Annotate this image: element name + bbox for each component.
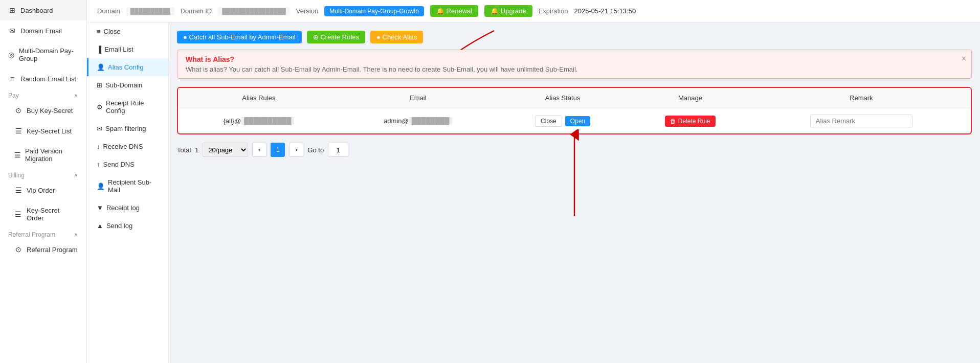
sidebar-item-vip-order[interactable]: ☰ Vip Order: [0, 180, 86, 200]
table-row: {all}@██████████ admin@████████ Close Op…: [178, 108, 971, 134]
paid-migration-icon: ☰: [14, 151, 21, 159]
expiration-value: 2025-05-21 15:13:50: [574, 7, 636, 15]
recipient-icon: 👤: [97, 183, 105, 190]
action-bar: ● Catch all Sub-Email by Admin-Email ⊕ C…: [177, 31, 972, 43]
alias-remark-input[interactable]: [810, 115, 912, 127]
referral-icon: ⊙: [14, 245, 23, 254]
goto-input[interactable]: [328, 143, 348, 157]
page-1-button[interactable]: 1: [271, 143, 285, 157]
alert-close-button[interactable]: ×: [962, 54, 966, 63]
renewal-button[interactable]: 🔔 Renewal: [430, 5, 478, 17]
send-dns-icon: ↑: [97, 161, 100, 168]
per-page-select[interactable]: 20/page 50/page 100/page: [203, 143, 248, 157]
main-area: Domain ██████████ Domain ID ████████████…: [87, 0, 980, 363]
alert-title: What is Alias?: [186, 55, 963, 63]
key-list-icon: ☰: [14, 127, 23, 135]
sub-nav-receipt-rule[interactable]: ⚙ Receipt Rule Config: [87, 94, 168, 120]
send-log-icon: ▲: [97, 222, 103, 230]
domain-id-label: Domain ID: [181, 7, 212, 15]
receipt-log-icon: ▼: [97, 204, 103, 212]
upgrade-button[interactable]: 🔔 Upgrade: [484, 5, 532, 17]
sidebar-item-dashboard[interactable]: ⊞ Dashboard: [0, 0, 86, 20]
pagination: Total 1 20/page 50/page 100/page ‹ 1 › G…: [177, 143, 972, 157]
goto-label: Go to: [307, 146, 324, 154]
alias-table: Alias Rules Email Alias Status Manage Re…: [178, 88, 971, 133]
sub-nav-receive-dns[interactable]: ↓ Receive DNS: [87, 138, 168, 155]
buy-key-icon: ⊙: [14, 106, 23, 115]
sub-nav-email-list[interactable]: ▐ Email List: [87, 40, 168, 58]
sidebar-section-billing[interactable]: Billing ∧: [0, 169, 86, 180]
key-secret-order-icon: ☰: [14, 210, 23, 218]
alert-text: What is alias? You can catch all Sub-Ema…: [186, 65, 963, 73]
alias-config-icon: 👤: [97, 63, 105, 71]
close-nav-icon: ≡: [97, 28, 101, 35]
col-manage: Manage: [629, 88, 751, 108]
sub-domain-icon: ⊞: [97, 81, 102, 89]
create-rules-button[interactable]: ⊕ Create Rules: [307, 31, 365, 43]
receipt-rule-icon: ⚙: [97, 103, 103, 111]
sub-nav-recipient-sub-mail[interactable]: 👤 Recipient Sub-Mail: [87, 173, 168, 199]
random-email-icon: ≡: [8, 75, 16, 83]
dashboard-icon: ⊞: [8, 6, 16, 14]
content-area: ● Catch all Sub-Email by Admin-Email ⊕ C…: [169, 22, 980, 363]
action-bar-container: ● Catch all Sub-Email by Admin-Email ⊕ C…: [177, 31, 972, 43]
sub-layout: ≡ Close ▐ Email List 👤 Alias Config ⊞ Su…: [87, 22, 980, 363]
col-email: Email: [340, 88, 497, 108]
sidebar-item-key-secret-list[interactable]: ☰ Key-Secret List: [0, 121, 86, 141]
alias-rules-value: {all}@██████████: [223, 117, 294, 125]
email-cell: admin@████████: [340, 108, 497, 134]
prev-page-button[interactable]: ‹: [252, 143, 266, 157]
sidebar-item-random-email[interactable]: ≡ Random Email List: [0, 69, 86, 89]
sub-nav: ≡ Close ▐ Email List 👤 Alias Config ⊞ Su…: [87, 22, 169, 363]
total-label: Total 1: [177, 146, 198, 154]
alias-status-cell: Close Open: [497, 108, 629, 134]
sidebar-item-referral-program[interactable]: ⊙ Referral Program: [0, 239, 86, 260]
sidebar-section-referral[interactable]: Referral Program ∧: [0, 228, 86, 239]
sidebar: ⊞ Dashboard ✉ Domain Email ◎ Multi-Domai…: [0, 0, 87, 363]
sidebar-item-buy-key-secret[interactable]: ⊙ Buy Key-Secret: [0, 100, 86, 121]
sub-nav-close[interactable]: ≡ Close: [87, 22, 168, 40]
table-wrapper: Alias Rules Email Alias Status Manage Re…: [177, 87, 972, 134]
domain-value: ██████████: [126, 7, 174, 15]
sidebar-section-pay[interactable]: Pay ∧: [0, 89, 86, 100]
sub-nav-send-log[interactable]: ▲ Send log: [87, 217, 168, 235]
alias-rules-cell: {all}@██████████: [178, 108, 340, 134]
delete-rule-button[interactable]: 🗑 Delete Rule: [665, 116, 715, 127]
col-alias-status: Alias Status: [497, 88, 629, 108]
sidebar-item-paid-version-migration[interactable]: ☰ Paid Version Migration: [0, 141, 86, 169]
open-status-button[interactable]: Open: [565, 116, 590, 126]
col-alias-rules: Alias Rules: [178, 88, 340, 108]
sidebar-item-key-secret-order[interactable]: ☰ Key-Secret Order: [0, 200, 86, 228]
version-label: Version: [296, 7, 318, 15]
top-header: Domain ██████████ Domain ID ████████████…: [87, 0, 980, 22]
next-page-button[interactable]: ›: [289, 143, 303, 157]
email-list-icon: ▐: [97, 46, 101, 53]
version-badge: Multi-Domain Pay-Group-Growth: [324, 6, 424, 16]
spam-icon: ✉: [97, 125, 102, 132]
email-value: admin@████████: [384, 117, 452, 125]
expiration-label: Expiration: [539, 7, 568, 15]
close-status-button[interactable]: Close: [535, 116, 562, 127]
col-remark: Remark: [752, 88, 971, 108]
check-alias-button[interactable]: ● Check Alias: [370, 31, 423, 43]
alert-banner: What is Alias? What is alias? You can ca…: [177, 50, 972, 79]
sidebar-item-multi-domain[interactable]: ◎ Multi-Domain Pay-Group: [0, 41, 86, 69]
domain-label: Domain: [97, 7, 120, 15]
sidebar-item-domain-email[interactable]: ✉ Domain Email: [0, 20, 86, 41]
remark-cell: [752, 108, 971, 134]
domain-id-value: ████████████████: [218, 7, 290, 15]
multi-domain-icon: ◎: [8, 51, 15, 59]
sub-nav-spam-filtering[interactable]: ✉ Spam filtering: [87, 120, 168, 138]
vip-order-icon: ☰: [14, 186, 23, 194]
sub-nav-send-dns[interactable]: ↑ Send DNS: [87, 155, 168, 173]
manage-cell: 🗑 Delete Rule: [629, 108, 751, 134]
domain-email-icon: ✉: [8, 27, 16, 35]
alias-table-container: Alias Rules Email Alias Status Manage Re…: [177, 87, 972, 134]
sub-nav-receipt-log[interactable]: ▼ Receipt log: [87, 199, 168, 217]
catch-all-button[interactable]: ● Catch all Sub-Email by Admin-Email: [177, 31, 302, 43]
receive-dns-icon: ↓: [97, 143, 100, 150]
sub-nav-alias-config[interactable]: 👤 Alias Config: [87, 58, 168, 76]
sub-nav-sub-domain[interactable]: ⊞ Sub-Domain: [87, 76, 168, 94]
